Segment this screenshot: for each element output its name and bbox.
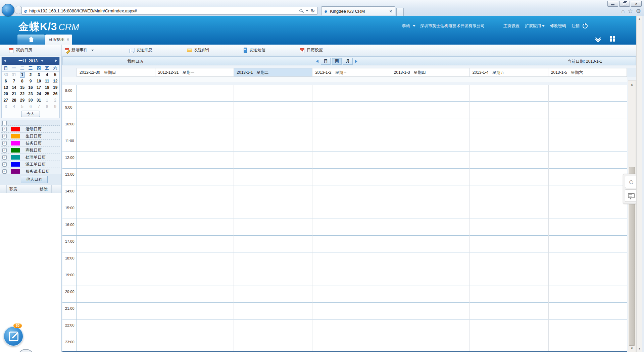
mini-calendar-day[interactable]: 3	[35, 72, 43, 78]
mini-calendar-day[interactable]: 31	[10, 72, 18, 78]
tab-close-icon[interactable]: ×	[389, 9, 392, 14]
mini-calendar-day[interactable]: 1	[43, 97, 51, 104]
chevron-down-icon[interactable]	[41, 60, 44, 62]
window-restore-button[interactable]	[619, 1, 630, 7]
toolbar-button-5[interactable]: 7日历设置	[300, 45, 323, 56]
mini-calendar-day[interactable]: 13	[2, 84, 10, 91]
smiley-button[interactable]: ☺	[625, 176, 638, 188]
select-all-checkbox[interactable]	[2, 121, 7, 125]
calendar-list-item[interactable]: ✓生日日历	[1, 133, 60, 140]
calendar-checkbox[interactable]: ✓	[2, 134, 7, 138]
header-link[interactable]: 修改密码	[550, 23, 566, 29]
tab-home[interactable]	[17, 35, 45, 45]
mini-calendar-month[interactable]: 一月	[18, 58, 27, 64]
mini-calendar-day[interactable]: 16	[27, 84, 35, 91]
scroll-up-icon[interactable]: ▲	[637, 17, 642, 20]
collapse-header-icon[interactable]	[595, 36, 601, 43]
mini-calendar-day[interactable]: 29	[18, 97, 27, 104]
day-column[interactable]	[155, 85, 234, 351]
mini-calendar-year[interactable]: 2013	[29, 59, 38, 63]
toolbar-button-1[interactable]: 新增事件	[64, 45, 94, 56]
tab-calendar-view[interactable]: 日历视图 ×	[45, 35, 72, 45]
today-button[interactable]: 今天	[21, 111, 40, 117]
toolbar-button-3[interactable]: 发送邮件	[187, 45, 210, 56]
mini-calendar-day[interactable]: 9	[27, 78, 35, 84]
calendar-list-item[interactable]: ✓处理单日历	[1, 154, 60, 161]
scroll-up-icon[interactable]: ▲	[628, 81, 636, 87]
header-link[interactable]: 注销	[572, 23, 580, 29]
browser-tab[interactable]: e Kingdee K/3 CRM ×	[321, 6, 395, 15]
previous-month-icon[interactable]	[4, 59, 6, 62]
mini-calendar-day[interactable]: 11	[43, 78, 51, 84]
mini-calendar-day[interactable]: 5	[51, 72, 59, 78]
calendar-checkbox[interactable]: ✓	[2, 148, 7, 153]
mini-calendar-day[interactable]: 19	[51, 84, 59, 91]
address-bar[interactable]: e http://192.168.1.16:8888/K3WEB/Main/Cr…	[21, 7, 317, 15]
mini-calendar-day[interactable]: 4	[43, 72, 51, 78]
mini-calendar-day[interactable]: 6	[2, 78, 10, 84]
scroll-down-icon[interactable]: ▼	[628, 346, 636, 351]
view-button-月[interactable]: 月	[343, 58, 353, 65]
calendar-checkbox[interactable]: ✓	[2, 141, 7, 145]
mini-calendar-day[interactable]: 31	[35, 97, 43, 104]
mini-calendar-day[interactable]: 12	[51, 78, 59, 84]
header-link[interactable]: 主页设置	[503, 23, 519, 29]
browser-back-button[interactable]: ←	[2, 4, 14, 16]
mini-calendar-day[interactable]: 8	[43, 104, 51, 110]
day-column[interactable]	[234, 85, 312, 351]
calendar-list-item[interactable]: ✓任务日历	[1, 140, 60, 147]
mini-calendar-day[interactable]: 1	[18, 72, 27, 78]
day-column[interactable]	[312, 85, 391, 351]
mini-calendar-day[interactable]: 27	[2, 97, 10, 104]
tab-close-icon[interactable]: ×	[67, 37, 69, 42]
apps-grid-icon[interactable]	[610, 36, 615, 42]
chevron-down-icon[interactable]	[306, 10, 308, 11]
calendar-checkbox[interactable]: ✓	[2, 127, 7, 131]
mini-calendar-day[interactable]: 10	[35, 78, 43, 84]
mini-calendar-day[interactable]: 7	[35, 104, 43, 110]
mini-calendar-day[interactable]: 2	[27, 72, 35, 78]
mini-calendar-day[interactable]: 2	[51, 97, 59, 104]
url-text[interactable]: http://192.168.1.16:8888/K3WEB/Main/CrmI…	[29, 8, 299, 13]
mini-calendar-day[interactable]: 15	[18, 84, 27, 91]
page-scrollbar[interactable]: ▲ ▼	[636, 16, 642, 352]
mini-calendar-day[interactable]: 30	[27, 97, 35, 104]
mini-calendar-day[interactable]: 26	[51, 91, 59, 97]
day-column[interactable]	[549, 85, 627, 351]
mini-calendar-day[interactable]: 22	[18, 91, 27, 97]
mini-calendar-day[interactable]: 6	[27, 104, 35, 110]
scroll-down-icon[interactable]: ▼	[637, 347, 642, 350]
search-icon[interactable]	[299, 9, 303, 13]
calendar-checkbox[interactable]: ✓	[2, 162, 7, 167]
comment-button[interactable]	[625, 189, 638, 202]
calendar-scrollbar[interactable]: ▲ ▼	[628, 80, 636, 352]
toolbar-button-2[interactable]: 发送消息	[129, 45, 152, 56]
next-period-icon[interactable]	[355, 60, 357, 63]
mini-calendar-day[interactable]: 3	[2, 104, 10, 110]
user-menu[interactable]: 李靖	[402, 23, 410, 29]
day-column[interactable]	[391, 85, 470, 351]
mini-calendar-day[interactable]: 14	[10, 84, 18, 91]
calendar-list-item[interactable]: ✓商机日历	[1, 147, 60, 154]
mini-calendar-day[interactable]: 18	[43, 84, 51, 91]
toolbar-button-4[interactable]: 发送短信	[242, 45, 265, 56]
favorites-star-icon[interactable]: ☆	[628, 8, 633, 15]
home-icon[interactable]: ⌂	[621, 8, 625, 15]
power-icon[interactable]	[583, 23, 588, 28]
mini-calendar-day[interactable]: 7	[10, 78, 18, 84]
mini-calendar-day[interactable]: 17	[35, 84, 43, 91]
mini-calendar-day[interactable]: 25	[43, 91, 51, 97]
refresh-icon[interactable]: ↻	[311, 8, 315, 13]
compose-button[interactable]	[3, 326, 23, 346]
mini-calendar-day[interactable]: 21	[10, 91, 18, 97]
header-link[interactable]: 扩展应用	[525, 23, 545, 29]
calendar-list-item[interactable]: ✓活动日历	[1, 126, 60, 133]
mini-calendar-day[interactable]: 4	[10, 104, 18, 110]
mini-calendar-day[interactable]: 24	[35, 91, 43, 97]
calendar-checkbox[interactable]: ✓	[2, 169, 7, 174]
mini-calendar-day[interactable]: 23	[27, 91, 35, 97]
day-column[interactable]	[470, 85, 548, 351]
others-schedule-button[interactable]: 他人日程	[21, 176, 48, 183]
mini-calendar-day[interactable]: 28	[10, 97, 18, 104]
day-column[interactable]	[77, 85, 155, 351]
